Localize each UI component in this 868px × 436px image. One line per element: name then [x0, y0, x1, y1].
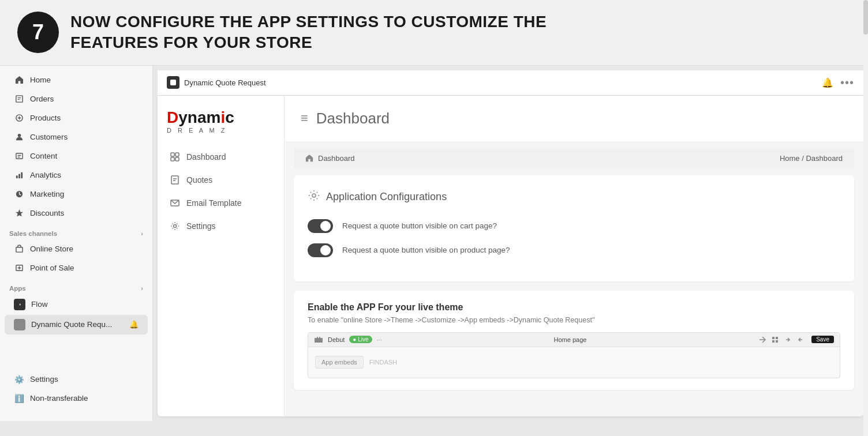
svg-rect-13: [171, 157, 174, 161]
discounts-icon: [14, 208, 24, 219]
sidebar-item-online-store-label: Online Store: [30, 245, 73, 253]
online-store-icon: [14, 244, 24, 254]
svg-rect-21: [776, 337, 778, 339]
app-nav-email-template[interactable]: Email Template: [158, 191, 284, 215]
logo-i: i: [220, 108, 225, 126]
cart-toggle-label: Request a quote button visible on cart p…: [342, 221, 497, 230]
sidebar-item-flow[interactable]: Flow: [5, 295, 148, 314]
sidebar-item-pos-label: Point of Sale: [30, 264, 74, 272]
breadcrumb-left: Dashboard: [305, 154, 355, 163]
sidebar-item-settings[interactable]: ⚙️ Settings: [5, 370, 148, 389]
svg-rect-0: [16, 96, 22, 102]
sidebar-item-customers[interactable]: Customers: [5, 128, 148, 146]
svg-rect-6: [21, 172, 23, 178]
live-badge: ● Live: [349, 336, 372, 343]
app-nav-quotes[interactable]: Quotes: [158, 168, 284, 191]
marketing-icon: [14, 189, 24, 200]
svg-rect-10: [170, 80, 176, 85]
svg-rect-11: [171, 153, 174, 156]
topbar-more-icon[interactable]: •••: [840, 76, 854, 89]
product-toggle[interactable]: [308, 243, 333, 257]
sidebar-item-analytics[interactable]: Analytics: [5, 166, 148, 185]
sidebar-item-orders-label: Orders: [30, 95, 54, 103]
dashboard-header: ≡ Dashboard: [285, 96, 863, 141]
flow-icon: [14, 299, 25, 310]
sidebar-item-dynamic-quote[interactable]: Dynamic Quote Requ... 🔔: [5, 315, 148, 334]
toggle-knob-product: [320, 245, 331, 255]
breadcrumb-label: Dashboard: [318, 154, 355, 163]
sidebar-item-marketing[interactable]: Marketing: [5, 185, 148, 204]
theme-preview-bar: Debut ● Live ··· Home page Save: [308, 333, 840, 347]
app-embeds-label: App embeds: [315, 356, 364, 369]
svg-rect-8: [16, 247, 22, 252]
config-header: Application Configurations: [308, 189, 840, 205]
nav-settings-label: Settings: [186, 221, 216, 231]
sidebar-item-content-label: Content: [30, 152, 57, 160]
sidebar-item-products[interactable]: Products: [5, 109, 148, 127]
logo-d: D: [167, 108, 178, 126]
nav-quotes-label: Quotes: [186, 175, 212, 185]
sidebar-item-orders[interactable]: Orders: [5, 90, 148, 108]
sidebar-item-non-transferable[interactable]: ℹ️ Non-transferable: [5, 389, 148, 408]
breadcrumb-right: Home / Dashboard: [780, 154, 843, 163]
svg-rect-5: [18, 174, 20, 179]
analytics-icon: [14, 170, 24, 181]
home-icon: [14, 75, 24, 85]
shopify-topbar: Dynamic Quote Request 🔔 •••: [158, 70, 863, 96]
app-logo: Dynamic D R E A M Z: [158, 105, 284, 145]
sidebar-item-pos[interactable]: Point of Sale: [5, 259, 148, 277]
svg-rect-22: [772, 340, 775, 343]
toggle-row-cart: Request a quote button visible on cart p…: [308, 219, 840, 233]
toggle-knob-cart: [320, 221, 331, 231]
app-nav-settings[interactable]: Settings: [158, 215, 284, 238]
logo-subtitle: D R E A M Z: [167, 127, 275, 134]
live-theme-card: Enable the APP For your live theme To en…: [294, 291, 854, 390]
config-section-icon: [308, 189, 320, 205]
sidebar-item-discounts[interactable]: Discounts: [5, 204, 148, 223]
dashboard-title: Dashboard: [316, 110, 390, 127]
breadcrumb-bar: Dashboard Home / Dashboard: [294, 148, 854, 168]
settings-icon: ⚙️: [14, 374, 24, 385]
non-transferable-icon: ℹ️: [14, 393, 24, 404]
svg-point-17: [174, 224, 177, 227]
app-nav-dashboard[interactable]: Dashboard: [158, 145, 284, 168]
svg-point-2: [17, 134, 21, 137]
notification-bell-icon: 🔔: [129, 320, 139, 329]
theme-preview: Debut ● Live ··· Home page Save App embe…: [308, 332, 840, 378]
app-logo-small: [167, 76, 179, 89]
sidebar-item-dynamic-quote-label: Dynamic Quote Requ...: [31, 320, 112, 329]
instruction-text: NOW CONFIGURE THE APP SETTINGS TO CUSTOM…: [70, 12, 547, 54]
pos-icon: [14, 263, 24, 273]
nav-email-template-label: Email Template: [186, 198, 241, 208]
content-icon: [14, 151, 24, 161]
more-dots: ···: [377, 336, 382, 343]
svg-rect-23: [776, 340, 778, 343]
sidebar-item-non-transferable-label: Non-transferable: [30, 394, 88, 403]
sidebar-item-analytics-label: Analytics: [30, 171, 61, 179]
svg-rect-20: [772, 337, 775, 339]
topbar-bell-icon[interactable]: 🔔: [822, 77, 833, 88]
sidebar-item-home[interactable]: Home: [5, 71, 148, 89]
step-circle: 7: [17, 12, 59, 53]
products-icon: [14, 113, 24, 123]
sidebar-item-settings-label: Settings: [30, 375, 58, 384]
theme-preview-content: App embeds FINDASH: [308, 347, 840, 378]
findash-label: FINDASH: [369, 359, 397, 366]
live-theme-desc: To enable "online Store ->Theme ->Custom…: [308, 316, 840, 324]
nav-dashboard-label: Dashboard: [186, 152, 226, 161]
sidebar-item-online-store[interactable]: Online Store: [5, 240, 148, 258]
sidebar-item-customers-label: Customers: [30, 133, 68, 141]
sales-channels-section: Sales channels ›: [0, 223, 152, 239]
nav-quotes-icon: [169, 174, 181, 186]
nav-email-icon: [169, 197, 181, 209]
live-theme-title: Enable the APP For your live theme: [308, 302, 840, 313]
nav-settings-icon: [169, 220, 181, 232]
dynamic-quote-icon: [14, 319, 25, 330]
topbar-app-name: Dynamic Quote Request: [184, 78, 266, 87]
save-button-preview: Save: [811, 336, 834, 343]
sidebar-item-products-label: Products: [30, 114, 61, 122]
sidebar-item-content[interactable]: Content: [5, 147, 148, 166]
cart-toggle[interactable]: [308, 219, 333, 233]
svg-rect-12: [175, 153, 179, 156]
logo-c: c: [225, 108, 234, 126]
